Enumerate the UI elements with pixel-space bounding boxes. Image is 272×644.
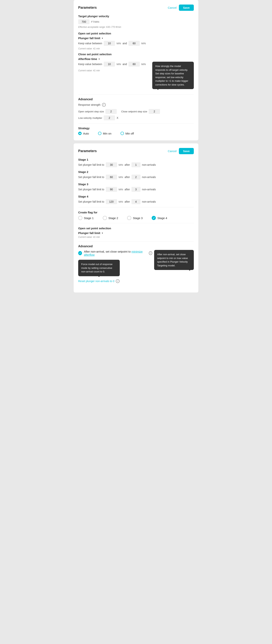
stage-1-count-input[interactable] (132, 162, 140, 167)
close-max-unit: MIN (141, 63, 146, 66)
response-strength-info-icon[interactable]: i (102, 103, 106, 107)
after-non-arrival-label: After non-arrival, set close setpoint to… (84, 250, 147, 256)
close-current-value: Current value: 41 min (78, 69, 151, 72)
stage-2-value-input[interactable] (106, 174, 117, 180)
low-velocity-input[interactable] (104, 116, 115, 120)
target-velocity-input[interactable] (78, 19, 90, 24)
flag-stage-4-label: Stage 4 (157, 216, 167, 220)
open-min-input[interactable] (104, 41, 115, 46)
p2-open-set-point-label: Open set point selection (78, 227, 194, 230)
open-and-text: and (123, 42, 127, 45)
flag-stage-4[interactable]: Stage 4 (152, 216, 167, 220)
stage-4-label: Stage 4 (78, 195, 194, 198)
open-max-unit: MIN (141, 42, 146, 45)
strategy-min-off[interactable]: Min off (121, 132, 134, 135)
target-velocity-row: FT/MIN (78, 19, 194, 24)
close-step-input[interactable] (149, 109, 160, 114)
p2-open-dropdown-chevron[interactable]: ▾ (102, 232, 103, 234)
target-velocity-unit: FT/MIN (91, 20, 99, 23)
strategy-auto[interactable]: Auto (78, 132, 89, 135)
low-velocity-row: Low-velocity multiplier X (78, 116, 194, 120)
panel-2-title: Parameters (78, 149, 97, 153)
reset-non-arrivals-info-icon[interactable]: i (116, 279, 120, 283)
response-strength-row: Response strength i (78, 103, 194, 107)
open-set-point-label: Open set point selection (78, 32, 194, 35)
stage-4-after: after (125, 200, 130, 203)
flag-stage-1-checkbox[interactable] (78, 216, 82, 220)
p2-open-dropdown-row: Plunger fall limit ▾ (78, 232, 194, 234)
stage-4-value-input[interactable] (106, 199, 117, 204)
flag-stage-4-checkbox[interactable] (152, 216, 156, 220)
flag-stage-3-checkbox[interactable] (127, 216, 131, 220)
open-keep-between-label: Keep value between (78, 42, 102, 45)
stage-4-count-input[interactable] (132, 199, 140, 204)
stage-2-count-input[interactable] (132, 174, 140, 180)
stage-2-row: Set plunger fall limit to MIN after non-… (78, 174, 194, 180)
after-non-arrival-checkbox[interactable] (78, 251, 82, 255)
reset-non-arrivals-link[interactable]: Reset plunger non-arrivals to 0 (78, 280, 114, 283)
create-flag-group: Stage 1 Stage 2 Stage 3 Stage 4 (78, 216, 194, 220)
min-off-radio-label: Min off (126, 132, 134, 135)
header-actions-1: Cancel Save (168, 4, 194, 11)
auto-radio-dot[interactable] (78, 132, 82, 135)
reset-link-row: Reset plunger non-arrivals to 0 i (78, 279, 152, 283)
x-multiplier-label: X (117, 116, 118, 120)
stage-3-after: after (125, 188, 130, 191)
p2-advanced-title: Advanced (78, 244, 194, 248)
target-velocity-label: Target plunger velocity (78, 14, 194, 18)
close-min-input[interactable] (104, 62, 115, 66)
stage-1-value-input[interactable] (106, 162, 117, 167)
advanced-title: Advanced (78, 98, 194, 101)
stage-3-desc: Set plunger fall limit to (78, 188, 104, 191)
force-model-tooltip: Force model out of response mode by sett… (78, 260, 120, 276)
open-dropdown-chevron[interactable]: ▾ (102, 37, 103, 40)
stage-2-after: after (125, 176, 130, 178)
cancel-button-2[interactable]: Cancel (168, 150, 177, 153)
close-set-point-label: Close set point selection (78, 52, 194, 56)
p2-open-dropdown-label: Plunger fall limit (78, 232, 100, 234)
flag-stage-2-checkbox[interactable] (103, 216, 107, 220)
header-actions-2: Cancel Save (168, 148, 194, 154)
flag-stage-3[interactable]: Stage 3 (127, 216, 142, 220)
close-setpoint-tooltip: After non-arrival, set close setpoint to… (154, 250, 194, 270)
close-dropdown-chevron[interactable]: ▾ (99, 58, 100, 60)
stage-1-after: after (125, 163, 130, 166)
strategy-label: Strategy (78, 126, 194, 130)
strategy-min-on[interactable]: Min on (98, 132, 112, 135)
low-velocity-label: Low-velocity multiplier (78, 116, 102, 120)
open-step-label: Open setpoint step size (78, 110, 104, 113)
auto-radio-label: Auto (83, 132, 89, 135)
stage-3-unit: MIN (119, 188, 123, 191)
close-dropdown-label: Afterflow time (78, 57, 97, 60)
flag-stage-2[interactable]: Stage 2 (103, 216, 118, 220)
stage-1-label: Stage 1 (78, 158, 194, 161)
open-keep-between-row: Keep value between MIN and MIN (78, 41, 194, 46)
min-off-radio-dot[interactable] (121, 132, 124, 135)
stage-1-desc: Set plunger fall limit to (78, 163, 104, 166)
response-strength-tooltip: How strongly the model responds to off-t… (152, 62, 194, 89)
stage-4-count-label: non-arrivals (142, 200, 156, 203)
stage-4-row: Set plunger fall limit to MIN after non-… (78, 199, 194, 204)
stage-3-count-input[interactable] (132, 187, 140, 192)
panel-1: Parameters Cancel Save Target plunger ve… (74, 0, 198, 140)
close-max-input[interactable] (129, 62, 140, 66)
min-on-radio-dot[interactable] (98, 132, 101, 135)
panel-2: Parameters Cancel Save Stage 1 Set plung… (74, 144, 198, 292)
cancel-button-1[interactable]: Cancel (168, 6, 177, 9)
stage-1-row: Set plunger fall limit to MIN after non-… (78, 162, 194, 167)
open-step-input[interactable] (105, 109, 117, 114)
after-non-arrival-info-icon[interactable]: i (149, 251, 152, 255)
save-button-2[interactable]: Save (179, 148, 194, 154)
close-keep-between-row: Keep value between MIN and MIN (78, 62, 151, 66)
save-button-1[interactable]: Save (179, 4, 194, 11)
open-max-input[interactable] (129, 41, 140, 46)
stage-4-unit: MIN (119, 200, 123, 203)
open-current-value: Current value: 41 min (78, 47, 194, 50)
stage-3-value-input[interactable] (106, 187, 117, 192)
after-non-arrival-row: After non-arrival, set close setpoint to… (78, 250, 152, 256)
stage-1-count-label: non-arrivals (142, 163, 156, 166)
open-dropdown-label: Plunger fall limit (78, 36, 100, 40)
flag-stage-1[interactable]: Stage 1 (78, 216, 94, 220)
strategy-section: Strategy Auto Min on Min off (78, 126, 194, 135)
stage-2-unit: MIN (119, 176, 123, 178)
